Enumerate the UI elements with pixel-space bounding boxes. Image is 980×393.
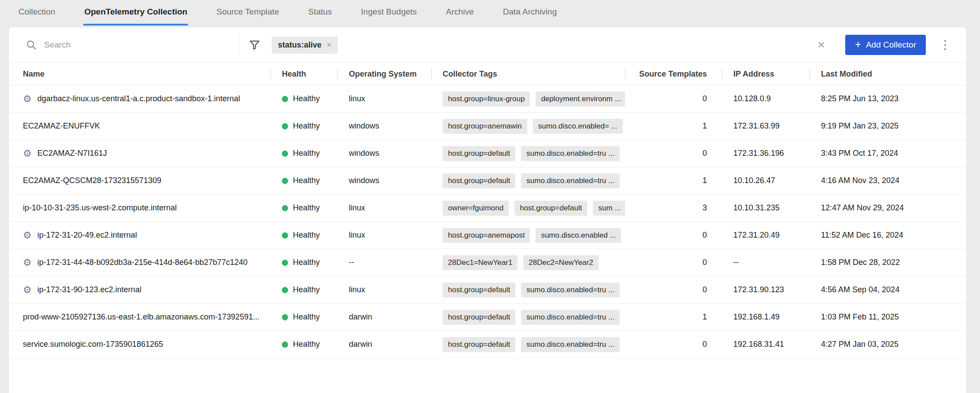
add-collector-button[interactable]: + Add Collector xyxy=(845,35,926,55)
tag-chip: owner=fguimond xyxy=(443,201,509,216)
table-row[interactable]: ⚙EC2AMAZ-N7I161JHealthywindowshost.group… xyxy=(9,140,966,167)
column-header-collector-tags[interactable]: Collector Tags xyxy=(431,63,625,85)
health-label: Healthy xyxy=(293,312,320,322)
health-cell: Healthy xyxy=(270,140,337,167)
health-label: Healthy xyxy=(293,121,320,131)
collector-name: ip-10-10-31-235.us-west-2.compute.intern… xyxy=(23,203,177,213)
health-dot-icon xyxy=(282,232,288,239)
tag-chip: host.group=default xyxy=(443,310,515,325)
otel-collector-gear-icon: ⚙ xyxy=(23,149,32,158)
filter-funnel-icon[interactable] xyxy=(249,39,260,51)
otel-collector-gear-icon: ⚙ xyxy=(23,258,32,268)
ip-address-cell: 172.31.63.99 xyxy=(722,113,810,140)
tab-archive[interactable]: Archive xyxy=(445,0,474,26)
table-body: ⚙dgarbacz-linux.us-central1-a.c.product-… xyxy=(9,85,966,358)
filter-chip-close-icon[interactable]: × xyxy=(327,41,332,49)
column-header-ip-address[interactable]: IP Address xyxy=(722,63,810,85)
plus-icon: + xyxy=(855,39,861,50)
tag-chip: sum ... xyxy=(593,201,625,216)
last-modified-cell: 9:19 PM Jan 23, 2025 xyxy=(810,113,966,140)
health-dot-icon xyxy=(282,178,288,184)
os-cell: -- xyxy=(337,249,431,276)
clear-filters-icon[interactable]: × xyxy=(818,39,825,51)
tags-cell: 28Dec1=NewYear128Dec2=NewYear2 xyxy=(431,249,625,276)
health-dot-icon xyxy=(282,260,288,266)
table-row[interactable]: ⚙ip-172-31-44-48-b092db3a-215e-414d-8e64… xyxy=(9,249,966,276)
os-cell: windows xyxy=(337,140,431,167)
table-row[interactable]: ⚙ip-172-31-90-123.ec2.internalHealthylin… xyxy=(9,276,966,304)
collector-name: ip-172-31-20-49.ec2.internal xyxy=(37,231,137,240)
ip-address-cell: 172.31.36.196 xyxy=(722,140,810,167)
column-header-source-templates[interactable]: Source Templates xyxy=(625,63,722,85)
last-modified-cell: 4:16 AM Nov 23, 2024 xyxy=(810,167,966,195)
health-dot-icon xyxy=(282,342,288,348)
tab-ingest-budgets[interactable]: Ingest Budgets xyxy=(360,0,418,26)
table-row[interactable]: ip-10-10-31-235.us-west-2.compute.intern… xyxy=(9,195,966,222)
tag-chip: host.group=linux-group xyxy=(443,92,530,107)
health-cell: Healthy xyxy=(270,276,337,304)
os-cell: windows xyxy=(337,167,431,195)
name-cell: ⚙ip-172-31-20-49.ec2.internal xyxy=(9,222,270,249)
tab-opentelemetry-collection[interactable]: OpenTelemetry Collection xyxy=(83,0,188,26)
tag-chip: sumo.disco.enabled=tru ... xyxy=(521,310,620,325)
table-row[interactable]: EC2AMAZ-ENUFFVKHealthywindowshost.group=… xyxy=(9,113,966,140)
column-header-health[interactable]: Health xyxy=(270,63,337,85)
table-row[interactable]: ⚙ip-172-31-20-49.ec2.internalHealthylinu… xyxy=(9,222,966,249)
os-cell: darwin xyxy=(337,331,431,358)
tag-chip: sumo.disco.enabled=tru ... xyxy=(521,146,620,161)
more-options-icon[interactable]: ⋮ xyxy=(939,39,951,51)
tag-chip: 28Dec2=NewYear2 xyxy=(523,255,598,270)
name-cell: prod-www-2105927136.us-east-1.elb.amazon… xyxy=(9,304,270,331)
tags-cell: host.group=anemapostsumo.disco.enabled .… xyxy=(431,222,625,249)
name-cell: ip-10-10-31-235.us-west-2.compute.intern… xyxy=(9,195,270,222)
otel-collector-gear-icon: ⚙ xyxy=(23,94,32,104)
health-label: Healthy xyxy=(293,258,320,267)
tag-chip: host.group=default xyxy=(443,283,515,298)
table-row[interactable]: service.sumologic.com-1735901861265Healt… xyxy=(9,331,966,358)
table-row[interactable]: ⚙dgarbacz-linux.us-central1-a.c.product-… xyxy=(9,85,966,113)
ip-address-cell: -- xyxy=(722,249,810,276)
tags-cell: host.group=linux-groupdeployment.environ… xyxy=(431,85,625,113)
health-label: Healthy xyxy=(293,203,320,213)
filter-chip[interactable]: status:alive × xyxy=(272,37,338,54)
last-modified-cell: 1:03 PM Feb 11, 2025 xyxy=(810,304,966,331)
os-cell: windows xyxy=(337,113,431,140)
toolbar: status:alive × × + Add Collector ⋮ xyxy=(9,27,966,62)
source-templates-cell: 1 xyxy=(625,113,722,140)
source-templates-cell: 0 xyxy=(625,249,722,276)
tab-collection[interactable]: Collection xyxy=(18,0,56,26)
health-cell: Healthy xyxy=(270,222,337,249)
health-dot-icon xyxy=(282,287,288,293)
column-header-operating-system[interactable]: Operating System xyxy=(337,63,431,85)
tag-chip: host.group=default xyxy=(443,337,515,352)
name-cell: service.sumologic.com-1735901861265 xyxy=(9,331,270,358)
ip-address-cell: 172.31.20.49 xyxy=(722,222,810,249)
table-row[interactable]: prod-www-2105927136.us-east-1.elb.amazon… xyxy=(9,304,966,331)
tags-cell: host.group=defaultsumo.disco.enabled=tru… xyxy=(431,167,625,195)
otel-collector-gear-icon: ⚙ xyxy=(23,231,32,240)
health-label: Healthy xyxy=(293,176,320,185)
tab-source-template[interactable]: Source Template xyxy=(215,0,280,26)
last-modified-cell: 8:25 PM Jun 13, 2023 xyxy=(810,85,966,113)
source-templates-cell: 3 xyxy=(625,195,722,222)
search-icon xyxy=(26,39,37,51)
table-row[interactable]: EC2AMAZ-QCSCM28-1732315571309Healthywind… xyxy=(9,167,966,195)
column-header-last-modified[interactable]: Last Modified xyxy=(810,63,966,85)
tab-status[interactable]: Status xyxy=(307,0,333,26)
health-cell: Healthy xyxy=(270,249,337,276)
search-input[interactable] xyxy=(43,40,239,50)
column-header-name[interactable]: Name xyxy=(9,63,270,85)
ip-address-cell: 192.168.31.41 xyxy=(722,331,810,358)
tags-cell: host.group=defaultsumo.disco.enabled=tru… xyxy=(431,331,625,358)
tag-chip: 28Dec1=NewYear1 xyxy=(443,255,518,270)
health-label: Healthy xyxy=(293,231,320,240)
tab-data-archiving[interactable]: Data Archiving xyxy=(502,0,558,26)
add-collector-label: Add Collector xyxy=(866,40,916,50)
tag-chip: host.group=default xyxy=(443,173,515,188)
collectors-panel: status:alive × × + Add Collector ⋮ Name … xyxy=(9,27,966,393)
tag-chip: sumo.disco.enabled ... xyxy=(536,228,621,243)
filter-chip-label: status:alive xyxy=(278,40,322,50)
tag-chip: sumo.disco.enabled=tru ... xyxy=(521,283,620,298)
collector-name: ip-172-31-44-48-b092db3a-215e-414d-8e64-… xyxy=(37,258,248,267)
last-modified-cell: 4:27 PM Jan 03, 2025 xyxy=(810,331,966,358)
